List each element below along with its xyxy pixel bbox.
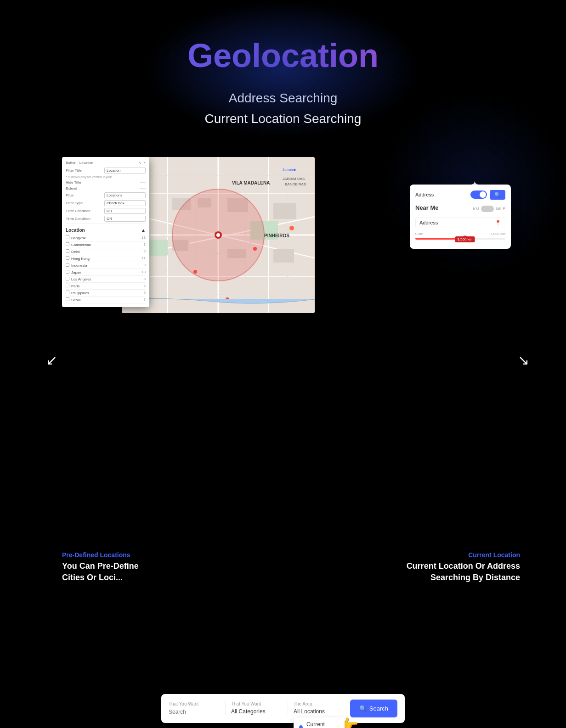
dropdown-current-label: Current Location [306, 721, 339, 728]
current-location-text: Current Location Or Address Searching By… [407, 560, 520, 583]
area-value: All Locations [294, 708, 325, 715]
list-item: Delhi 0 [66, 248, 146, 255]
panel-title: Button : Location [66, 161, 93, 165]
filter-type-value[interactable]: Check Box [104, 200, 146, 206]
range-max: 7,000 km [490, 232, 505, 236]
near-me-label: Near Me [415, 204, 439, 211]
near-me-panel: Address 🔍 Near Me KM MILE Address 📍 [410, 185, 511, 249]
note-row: * It shows only for vertical layout [66, 175, 146, 179]
resize-icon: ⤡ [138, 161, 142, 165]
address-controls: 🔍 [470, 190, 505, 200]
field1-label: That You Want [169, 701, 220, 706]
address-input-row: Address 📍 [415, 218, 505, 228]
hide-title-toggle[interactable] [140, 182, 146, 183]
divider-2 [288, 701, 288, 715]
chevron-down-icon: ▼ [275, 707, 282, 716]
range-labels: 0 km 7,000 km [415, 232, 505, 236]
geolocation-subtitle: Address Searching Current Location Searc… [0, 88, 566, 129]
svg-rect-24 [273, 203, 296, 219]
svg-text:PINHEIROS: PINHEIROS [264, 233, 289, 238]
location-title: Location [66, 228, 85, 233]
note-text: * It shows only for vertical layout [66, 175, 112, 179]
svg-text:Sumare▶: Sumare▶ [283, 168, 297, 171]
address-input-label[interactable]: Address [419, 220, 438, 225]
locations-section: Locations Define Cities, Loations + Use … [0, 723, 566, 728]
filter-type-label: Filter Type [66, 201, 93, 205]
filter-condition-value[interactable]: OR [104, 208, 146, 214]
mile-label: MILE [496, 207, 505, 211]
geolocation-title: Geolocation [0, 37, 566, 74]
main-search-button[interactable]: 🔍 Search [350, 700, 397, 717]
list-item: Camberwall 1 [66, 241, 146, 248]
km-label: KM [473, 207, 479, 211]
labels-container: Pre-Defined Locations You Can Pre-Define… [0, 492, 566, 547]
list-item: Indonesia 9 [66, 262, 146, 269]
term-condition-row: Term Condition OR [66, 216, 146, 222]
address-search-button[interactable]: 🔍 [490, 190, 505, 200]
field3-label: The Area [294, 701, 345, 706]
km-mile-toggle[interactable]: KM MILE [473, 206, 505, 212]
subtitle-line1: Address Searching [229, 91, 338, 105]
location-list: Bangkok 11 Camberwall 1 Delhi 0 Hong Kon… [66, 235, 146, 303]
svg-point-35 [253, 247, 257, 251]
list-item: Hong Kong 11 [66, 255, 146, 262]
list-item: Japan 13 [66, 269, 146, 276]
dropdown-current-location[interactable]: Current Location [294, 717, 345, 728]
extend-label: Extend [66, 186, 93, 190]
svg-text:JARDIM DAS: JARDIM DAS [283, 177, 305, 181]
arrow-right-icon: ↘ [518, 352, 529, 368]
screenshots-area: Button : Location ⤡ × Filter Title Locat… [0, 157, 566, 350]
filter-title-label: Filter Title [66, 168, 93, 173]
range-value: 3,500 km [455, 236, 475, 242]
address-pin-icon: 📍 [495, 220, 501, 226]
svg-point-28 [216, 233, 220, 237]
subtitle-line2: Current Location Searching [205, 112, 362, 126]
filter-value[interactable]: Locations [104, 192, 146, 198]
page-wrapper: Geolocation Address Searching Current Lo… [0, 0, 566, 728]
close-icon[interactable]: × [143, 161, 146, 165]
extend-toggle[interactable] [140, 188, 146, 189]
km-mile-switch[interactable] [481, 206, 494, 212]
current-location-accent: Current Location [407, 551, 520, 559]
hide-title-label: Hide Title [66, 180, 93, 185]
label-current-location: Current Location Current Location Or Add… [407, 551, 520, 583]
hide-title-row: Hide Title [66, 180, 146, 185]
category-value: All Categories [231, 708, 266, 715]
search-icon: 🔍 [359, 705, 367, 712]
extend-row: Extend [66, 186, 146, 190]
term-condition-value[interactable]: OR [104, 216, 146, 222]
range-bar[interactable]: 0 km 7,000 km 3,500 km [415, 232, 505, 240]
search-field-area: The Area All Locations ▲ Current Locatio… [294, 701, 345, 716]
panel-header: Button : Location ⤡ × [66, 161, 146, 165]
filter-condition-label: Filter Condition [66, 209, 93, 213]
list-item: Philippines 5 [66, 290, 146, 297]
current-location-dot-icon [299, 725, 303, 728]
panel-header-icons: ⤡ × [138, 161, 146, 165]
field2-label: That You Want [231, 701, 282, 706]
address-toggle-row: Address 🔍 [415, 190, 505, 200]
filter-title-value[interactable]: Location [104, 168, 146, 174]
svg-point-34 [289, 226, 294, 230]
svg-text:VILA MADALENA: VILA MADALENA [232, 180, 270, 185]
near-me-header: Near Me KM MILE [415, 204, 505, 214]
list-item: Seoul 7 [66, 297, 146, 303]
arrow-left-icon: ↙ [46, 352, 57, 368]
filter-label: Filter [66, 193, 93, 197]
filter-type-row: Filter Type Check Box [66, 200, 146, 206]
list-item: Paris 2 [66, 283, 146, 290]
list-item: Bangkok 11 [66, 235, 146, 241]
term-condition-label: Term Condition [66, 217, 93, 221]
search-container: That You Want That You Want All Categori… [161, 694, 405, 723]
map-container: VILA MADALENA JARDIM DAS BANDEIRAS PINHE… [122, 157, 315, 313]
label-predefined: Pre-Defined Locations You Can Pre-Define… [62, 551, 139, 583]
search-input[interactable] [169, 709, 220, 715]
predefined-text: You Can Pre-Define Cities Or Loci... [62, 560, 139, 583]
address-toggle[interactable] [470, 190, 487, 199]
area-select[interactable]: All Locations ▲ [294, 707, 345, 716]
search-section: That You Want That You Want All Categori… [0, 694, 566, 723]
filter-title-row: Filter Title Location [66, 168, 146, 174]
filter-row: Filter Locations [66, 192, 146, 198]
geolocation-section: Geolocation Address Searching Current Lo… [0, 0, 566, 129]
category-select[interactable]: All Categories ▼ [231, 707, 282, 716]
area-dropdown: Current Location 📍 Bangkok 📍 Camberwall [294, 717, 345, 728]
